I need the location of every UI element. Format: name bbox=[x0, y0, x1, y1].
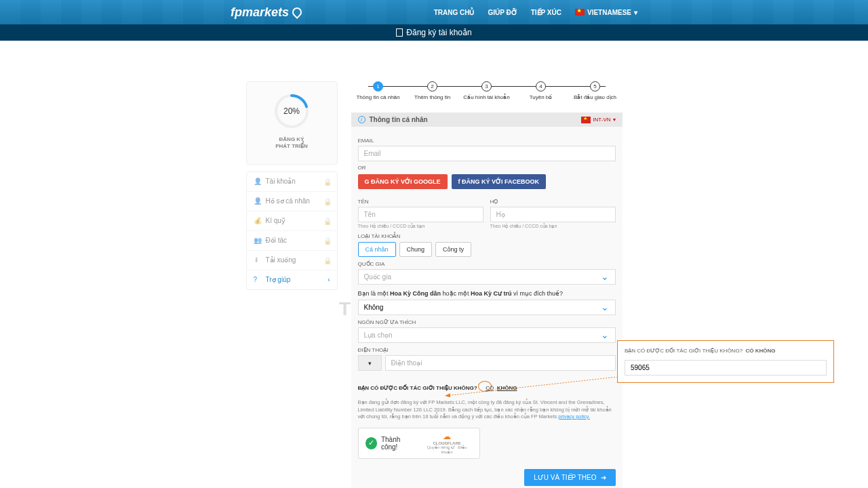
step-4[interactable]: 4Tuyên bố bbox=[514, 81, 568, 100]
help-icon: ? bbox=[254, 276, 262, 284]
panel-title: Thông tin cá nhân bbox=[370, 116, 428, 123]
arrow-right-icon: ➜ bbox=[601, 474, 606, 481]
google-signup-button[interactable]: G ĐĂNG KÝ VỚI GOOGLE bbox=[358, 174, 448, 189]
nav-home[interactable]: TRANG CHỦ bbox=[434, 9, 475, 16]
progress-label: ĐĂNG KÝ PHÁT TRIỂN bbox=[254, 136, 330, 150]
user-icon: 👤 bbox=[254, 178, 262, 186]
account-type-tabs: Cá nhân Chung Công ty bbox=[358, 242, 616, 257]
language-select[interactable] bbox=[358, 327, 616, 343]
chevron-down-icon: ▾ bbox=[634, 9, 637, 16]
step-3[interactable]: 3Cấu hình tài khoản bbox=[460, 81, 514, 100]
profile-icon: 👤 bbox=[254, 197, 262, 205]
wallet-icon: 💰 bbox=[254, 217, 262, 225]
chevron-down-icon: ▾ bbox=[613, 117, 616, 123]
lastname-input[interactable] bbox=[490, 207, 616, 222]
nav-contact[interactable]: TIẾP XÚC bbox=[531, 9, 561, 16]
sidebar-item-deposit[interactable]: 💰 Kí quỹ 🔒 bbox=[247, 211, 337, 231]
document-icon bbox=[396, 28, 403, 37]
tab-individual[interactable]: Cá nhân bbox=[358, 242, 396, 257]
chevron-left-icon: ‹ bbox=[328, 276, 330, 283]
step-2[interactable]: 2Thêm thông tin bbox=[406, 81, 460, 100]
flag-icon bbox=[581, 117, 591, 123]
firstname-hint: Theo Hộ chiếu / CCCD của bạn bbox=[358, 224, 484, 229]
us-citizen-select[interactable] bbox=[358, 300, 616, 315]
top-nav: TRANG CHỦ GIÚP ĐỠ TIẾP XÚC VIETNAMESE ▾ bbox=[434, 9, 637, 16]
country-label: QUỐC GIA bbox=[358, 261, 616, 267]
stepper: 1Thông tin cá nhân 2Thêm thông tin 3Cấu … bbox=[351, 81, 623, 100]
lock-icon: 🔒 bbox=[323, 218, 330, 224]
lastname-hint: Theo Hộ chiếu / CCCD của bạn bbox=[490, 224, 616, 229]
progress-percent: 20% bbox=[273, 92, 311, 129]
captcha-success-text: Thành công! bbox=[381, 436, 418, 451]
language-selector[interactable]: VIETNAMESE ▾ bbox=[575, 9, 637, 16]
progress-ring: 20% bbox=[273, 92, 311, 129]
cloud-icon: ☁ bbox=[422, 432, 473, 441]
phone-input[interactable] bbox=[385, 355, 616, 371]
referral-yes-link[interactable]: CÓ bbox=[486, 385, 494, 391]
sidebar-item-profile[interactable]: 👤 Hồ sơ cá nhân 🔒 bbox=[247, 192, 337, 211]
step-5[interactable]: 5Bắt đầu giao dịch bbox=[568, 81, 623, 100]
google-icon: G bbox=[365, 178, 372, 185]
sidebar-item-help[interactable]: ? Trợ giúp ‹ bbox=[247, 270, 337, 289]
nav-help[interactable]: GIÚP ĐỠ bbox=[488, 9, 517, 16]
partner-icon: 👥 bbox=[254, 237, 262, 245]
panel-header: i Thông tin cá nhân INT-VN ▾ bbox=[351, 113, 623, 127]
sidebar-item-account[interactable]: 👤 Tài khoản 🔒 bbox=[247, 172, 337, 192]
sidebar-item-partner[interactable]: 👥 Đối tác 🔒 bbox=[247, 231, 337, 251]
progress-card: 20% ĐĂNG KÝ PHÁT TRIỂN bbox=[246, 81, 338, 165]
registration-form: EMAIL OR G ĐĂNG KÝ VỚI GOOGLE f ĐĂNG KÝ … bbox=[351, 127, 623, 488]
country-select[interactable] bbox=[358, 269, 616, 285]
lock-icon: 🔒 bbox=[323, 178, 330, 185]
referral-question: BẠN CÓ ĐƯỢC ĐỐI TÁC GIỚI THIỆU KHÔNG? CÓ… bbox=[358, 379, 616, 391]
email-label: EMAIL bbox=[358, 138, 616, 144]
cloudflare-logo: ☁ CLOUDFLARE Quyền riêng tư · Điều khoản bbox=[422, 432, 473, 455]
privacy-policy-link[interactable]: privacy policy. bbox=[558, 413, 590, 420]
sidebar-item-download[interactable]: ⬇ Tải xuống 🔒 bbox=[247, 251, 337, 270]
disclaimer-text: Bạn đang gửi đơn đăng ký với FP Markets … bbox=[358, 399, 616, 421]
lock-icon: 🔒 bbox=[323, 198, 330, 205]
info-icon: i bbox=[358, 116, 366, 123]
firstname-label: TÊN bbox=[358, 199, 484, 205]
lock-icon: 🔒 bbox=[323, 257, 330, 264]
sidebar: 20% ĐĂNG KÝ PHÁT TRIỂN 👤 Tài khoản 🔒 👤 H… bbox=[246, 81, 338, 488]
subheader: Đăng ký tài khoản bbox=[0, 24, 868, 41]
step-1[interactable]: 1Thông tin cá nhân bbox=[351, 81, 406, 100]
region-selector[interactable]: INT-VN ▾ bbox=[581, 117, 615, 123]
email-input[interactable] bbox=[358, 146, 616, 161]
captcha-widget: ✓ Thành công! ☁ CLOUDFLARE Quyền riêng t… bbox=[358, 428, 480, 460]
check-icon: ✓ bbox=[366, 437, 377, 449]
callout-question: BẠN CÓ ĐƯỢC ĐỐI TÁC GIỚI THIỆU KHÔNG? CÓ… bbox=[625, 348, 827, 354]
account-type-label: LOẠI TÀI KHOẢN bbox=[358, 233, 616, 239]
sidebar-menu: 👤 Tài khoản 🔒 👤 Hồ sơ cá nhân 🔒 💰 Kí quỹ… bbox=[246, 171, 338, 290]
logo: fpmarkets bbox=[231, 5, 302, 20]
language-label: NGÔN NGỮ ƯA THÍCH bbox=[358, 319, 616, 325]
phone-country-code[interactable]: ▾ bbox=[358, 355, 382, 371]
or-divider: OR bbox=[358, 165, 616, 171]
flag-icon bbox=[575, 9, 585, 16]
logo-icon bbox=[290, 5, 304, 19]
lastname-label: HỌ bbox=[490, 199, 616, 205]
tab-joint[interactable]: Chung bbox=[399, 242, 433, 257]
referral-code-callout: BẠN CÓ ĐƯỢC ĐỐI TÁC GIỚI THIỆU KHÔNG? CÓ… bbox=[617, 340, 834, 383]
firstname-input[interactable] bbox=[358, 207, 484, 222]
facebook-signup-button[interactable]: f ĐĂNG KÝ VỚI FACEBOOK bbox=[452, 174, 547, 189]
us-citizen-label: Bạn là một Hoa Kỳ Công dân hoặc một Hoa … bbox=[358, 290, 616, 297]
phone-label: ĐIỆN THOẠI bbox=[358, 347, 616, 353]
top-header: fpmarkets TRANG CHỦ GIÚP ĐỠ TIẾP XÚC VIE… bbox=[0, 0, 868, 24]
referral-no-link[interactable]: KHÔNG bbox=[497, 385, 517, 391]
download-icon: ⬇ bbox=[254, 256, 262, 264]
main-content: 1Thông tin cá nhân 2Thêm thông tin 3Cấu … bbox=[351, 81, 623, 488]
tab-company[interactable]: Công ty bbox=[435, 242, 471, 257]
lock-icon: 🔒 bbox=[323, 237, 330, 244]
save-continue-button[interactable]: LƯU VÀ TIẾP THEO ➜ bbox=[524, 469, 615, 486]
referral-code-input[interactable] bbox=[625, 360, 827, 375]
